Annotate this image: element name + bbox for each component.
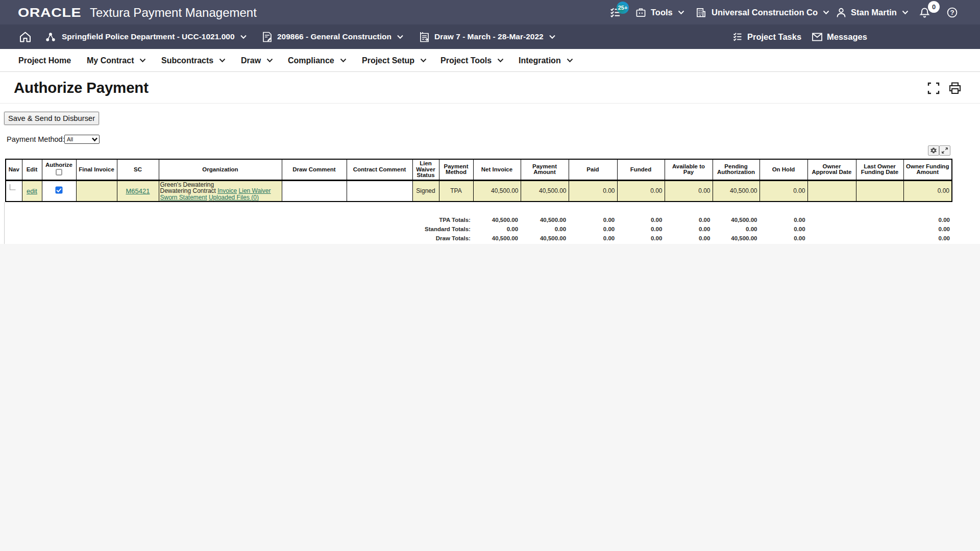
svg-text:?: ? bbox=[950, 9, 954, 16]
